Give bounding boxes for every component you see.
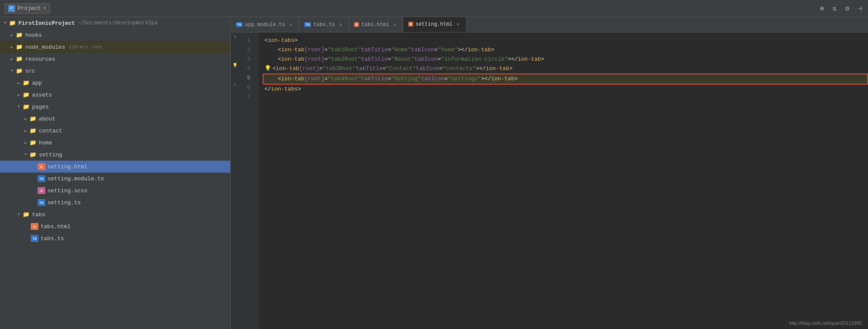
setting-scss-icon: S [38, 187, 45, 194]
gutter-cell-3 [231, 51, 239, 61]
line2-val2: "Home" [391, 45, 411, 55]
tree-item-setting-module-ts[interactable]: TS setting.module.ts [0, 173, 230, 185]
tab-close-tabs-html[interactable]: ✕ [392, 22, 398, 28]
tree-item-tabs-html[interactable]: H tabs.html [0, 220, 230, 232]
add-icon[interactable]: ⊕ [818, 3, 826, 15]
code-line-4: 💡 <ion-tab [root]="tab3Root" tabTitle="C… [263, 64, 868, 73]
tab-setting-html[interactable]: H setting.html ✕ [403, 17, 466, 32]
tabs-folder-icon: 📁 [22, 211, 30, 218]
tree-item-app[interactable]: 📁 app [0, 77, 230, 89]
sync-icon[interactable]: ⇅ [831, 3, 839, 15]
pages-arrow [15, 103, 22, 110]
setting-folder-label: setting [39, 152, 62, 158]
code-line-3: <ion-tab [root]="tab2Root" tabTitle="Abo… [263, 55, 868, 64]
split-icon[interactable]: ⊣ [856, 3, 864, 15]
title-bar: P Project ▼ ⊕ ⇅ ⚙ ⊣ [0, 0, 868, 17]
about-arrow [22, 115, 29, 122]
line2-attr3: tabIcon [411, 45, 434, 55]
tab-app-module-ts[interactable]: TS app.module.ts ✕ [231, 17, 299, 32]
tab-ts-badge-1: TS [236, 22, 243, 27]
tree-item-pages[interactable]: 📁 pages [0, 101, 230, 113]
tree-item-contact[interactable]: 📁 contact [0, 125, 230, 137]
app-icon: 📁 [22, 79, 30, 86]
tabs-ts-label: tabs.ts [41, 235, 64, 242]
node-modules-arrow [9, 44, 15, 50]
line-num-1: 1 [239, 36, 254, 45]
line1-bracket-open: < [264, 36, 268, 45]
line2-val3: "home" [438, 45, 458, 55]
resources-label: resources [25, 56, 55, 62]
tab-close-app-module[interactable]: ✕ [287, 22, 293, 28]
code-line-6: </ion-tabs> [263, 85, 868, 94]
tree-item-tabs-folder[interactable]: 📁 tabs [0, 209, 230, 220]
line3-attr3: tabIcon [414, 55, 438, 64]
gutter-cell-1: ▽ [231, 32, 239, 42]
line3-val3: "information-circle" [441, 55, 508, 64]
line3-attr2: tabTitle [361, 55, 387, 64]
tab-html-badge-1: H [354, 22, 359, 27]
root-label: FirstIonicProject [18, 20, 75, 26]
line-num-6: 6 [239, 83, 254, 92]
contact-arrow [22, 127, 29, 134]
home-icon: 📁 [29, 139, 37, 146]
tab-close-tabs-ts[interactable]: ✕ [337, 22, 343, 28]
root-arrow [2, 20, 9, 26]
tree-item-about[interactable]: 📁 about [0, 113, 230, 125]
tab-tabs-ts[interactable]: TS tabs.ts ✕ [299, 17, 349, 32]
leaf-spacer3 [31, 187, 38, 194]
line5-attr1: [root] [305, 74, 325, 84]
line5-attr2: tabTitle [361, 74, 387, 84]
line4-close: ></ [476, 64, 486, 73]
tree-item-setting-scss[interactable]: S setting.scss [0, 185, 230, 197]
tab-tabs-ts-label: tabs.ts [314, 22, 335, 28]
tree-item-resources[interactable]: 📁 resources [0, 53, 230, 65]
tree-item-tabs-ts[interactable]: TS tabs.ts [0, 232, 230, 244]
line-num-7: 7 [239, 92, 254, 102]
line5-attr3: tabIcon [421, 74, 445, 84]
line5-close-tag: ion-tab [491, 74, 515, 84]
home-label: home [39, 140, 52, 146]
tree-root[interactable]: 📁 FirstIonicProject ~/Documents/developW… [0, 17, 230, 29]
library-root-badge: library root [69, 44, 103, 50]
gutter-cell-6: △ [231, 79, 239, 89]
dropdown-arrow: ▼ [44, 6, 46, 11]
line4-lt: < [273, 64, 276, 73]
tabs-bar: TS app.module.ts ✕ TS tabs.ts ✕ H tabs.h… [231, 17, 868, 32]
line-numbers: 1 2 3 4 5 6 7 [239, 32, 258, 329]
src-label: src [25, 68, 35, 74]
tree-item-setting-ts[interactable]: TS setting.ts [0, 197, 230, 209]
about-icon: 📁 [29, 115, 37, 122]
tab-tabs-html[interactable]: H tabs.html ✕ [349, 17, 403, 32]
tree-item-hooks[interactable]: 📁 hooks [0, 29, 230, 41]
code-line-7 [263, 94, 868, 103]
tree-item-setting-folder[interactable]: 📁 setting [0, 149, 230, 161]
assets-label: assets [32, 92, 52, 98]
settings-icon[interactable]: ⚙ [844, 3, 851, 15]
tree-item-home[interactable]: 📁 home [0, 137, 230, 149]
app-label: app [32, 80, 42, 86]
gutter-cell-4: 💡 [231, 61, 239, 70]
project-dropdown[interactable]: P Project ▼ [4, 3, 50, 14]
contact-label: contact [39, 128, 62, 134]
editor-area: TS app.module.ts ✕ TS tabs.ts ✕ H tabs.h… [231, 17, 868, 329]
tab-close-setting-html[interactable]: ✕ [455, 21, 461, 27]
tab-app-module-label: app.module.ts [245, 22, 285, 28]
line4-val2: "Contact" [386, 64, 416, 73]
leaf-spacer4 [31, 199, 38, 206]
tree-item-assets[interactable]: 📁 assets [0, 89, 230, 101]
src-icon: 📁 [15, 68, 23, 74]
line-num-3: 3 [239, 55, 254, 64]
tree-item-node-modules[interactable]: 📁 node_modules library root [0, 41, 230, 53]
line1-bracket-close: > [294, 36, 298, 45]
tree-item-src[interactable]: 📁 src [0, 65, 230, 77]
hooks-icon: 📁 [15, 32, 23, 38]
pages-label: pages [32, 104, 49, 110]
setting-html-label: setting.html [47, 164, 88, 170]
tree-item-setting-html[interactable]: H setting.html [0, 161, 230, 173]
code-lines: <ion-tabs> <ion-tab [root]="tab1Root" ta… [258, 32, 868, 329]
line3-tag: ion-tab [281, 55, 305, 64]
node-modules-icon: 📁 [15, 44, 23, 50]
gutter-cell-5 [231, 70, 239, 79]
line5-lt: < [278, 74, 281, 84]
line6-lt: </ [264, 85, 271, 94]
